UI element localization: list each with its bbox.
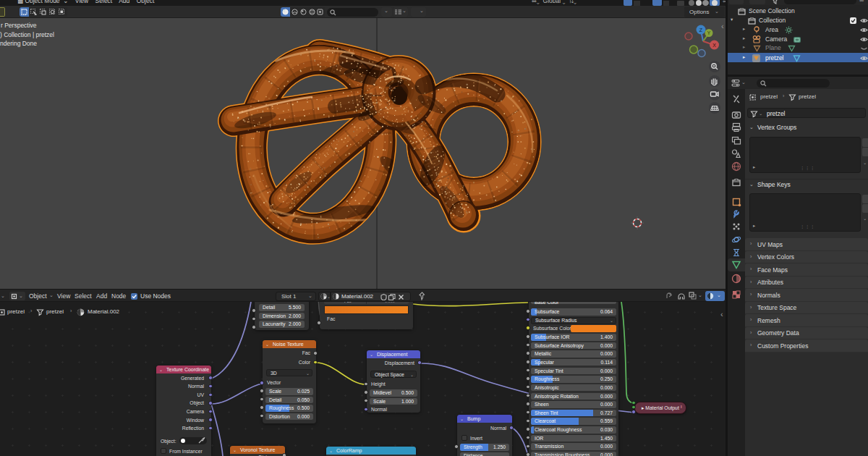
svg-text:X: X — [712, 43, 716, 48]
svg-text:r Perspective: r Perspective — [1, 22, 37, 29]
svg-text:ndering Done: ndering Done — [0, 40, 37, 47]
svg-text:Y: Y — [707, 30, 711, 35]
svg-text:Z: Z — [699, 28, 703, 33]
svg-text:) Collection | pretzel: ) Collection | pretzel — [0, 31, 54, 38]
svg-text:‹: ‹ — [721, 22, 724, 30]
